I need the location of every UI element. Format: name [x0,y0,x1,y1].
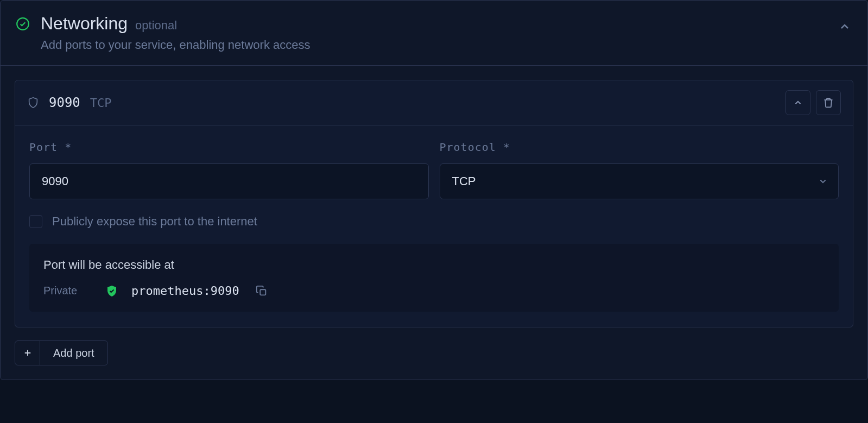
port-number-display: 9090 [49,95,80,110]
port-card-body: Port * Protocol * TCP [15,125,853,327]
trash-icon [823,97,834,108]
chevron-up-icon [793,98,803,108]
access-row: Private prometheus:9090 [43,284,825,298]
section-body: 9090 TCP [1,66,867,380]
collapse-port-button[interactable] [785,90,810,115]
optional-label: optional [135,18,177,33]
protocol-select-value: TCP [452,174,476,188]
expose-checkbox[interactable] [29,215,42,228]
access-url: prometheus:9090 [131,284,239,298]
port-card-actions [785,90,841,115]
port-input[interactable] [29,163,429,199]
access-title: Port will be accessible at [43,258,825,272]
check-circle-icon [16,17,30,31]
add-port-label: Add port [40,347,107,359]
networking-section: Networking optional Add ports to your se… [0,0,868,380]
add-port-button[interactable]: Add port [15,340,108,365]
section-subtitle: Add ports to your service, enabling netw… [41,38,837,52]
section-title: Networking [41,14,128,34]
plus-icon [15,340,40,365]
protocol-select[interactable]: TCP [440,163,839,199]
section-header: Networking optional Add ports to your se… [1,1,867,66]
delete-port-button[interactable] [816,90,841,115]
port-card-header: 9090 TCP [15,80,853,125]
port-card: 9090 TCP [15,80,853,327]
shield-check-icon [105,285,118,298]
chevron-up-icon [838,20,851,33]
access-private-label: Private [43,285,92,297]
port-field-group: Port * [29,141,429,199]
collapse-section-button[interactable] [837,19,852,34]
svg-point-0 [17,18,29,30]
protocol-select-wrap: TCP [440,163,839,199]
port-protocol-display: TCP [90,96,112,110]
protocol-field-group: Protocol * TCP [440,141,839,199]
form-row: Port * Protocol * TCP [29,141,839,199]
svg-rect-1 [260,289,265,295]
expose-checkbox-row: Publicly expose this port to the interne… [29,214,839,229]
copy-icon[interactable] [256,285,268,297]
protocol-label: Protocol * [440,141,839,154]
port-label: Port * [29,141,429,154]
access-panel: Port will be accessible at Private prome… [29,244,839,312]
shield-icon [27,97,39,109]
expose-checkbox-label: Publicly expose this port to the interne… [52,214,257,229]
section-title-wrap: Networking optional Add ports to your se… [41,14,837,52]
